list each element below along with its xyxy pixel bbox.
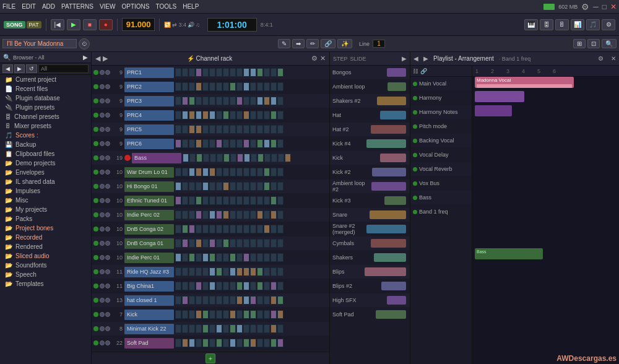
pad-4-15[interactable] xyxy=(277,125,284,134)
pad-16-3[interactable] xyxy=(196,296,202,305)
pad-3-15[interactable] xyxy=(277,111,284,119)
channel-led-12[interactable] xyxy=(93,241,98,246)
pad-7-8[interactable] xyxy=(230,168,236,176)
pad-0-0[interactable] xyxy=(175,68,181,77)
sidebar-item-mixer-presets[interactable]: 🎚Mixer presets xyxy=(0,121,91,131)
channel-led-13[interactable] xyxy=(93,255,98,260)
channel-knob1-7[interactable] xyxy=(100,170,105,175)
channel-rack-nav-prev[interactable]: ◀ xyxy=(95,54,100,63)
pad-6-4[interactable] xyxy=(210,154,216,162)
pad-18-12[interactable] xyxy=(257,324,263,333)
piano-block-6[interactable] xyxy=(380,154,406,162)
pad-14-5[interactable] xyxy=(209,267,215,276)
sidebar-item-il-shared-data[interactable]: 📂IL shared data xyxy=(0,177,91,186)
pad-13-8[interactable] xyxy=(230,253,236,262)
pad-0-2[interactable] xyxy=(189,68,195,77)
song-mode-btn[interactable]: SONG xyxy=(4,21,25,28)
piano-block-10[interactable] xyxy=(370,210,406,219)
pad-10-14[interactable] xyxy=(271,210,277,219)
pad-11-8[interactable] xyxy=(230,225,236,233)
pad-15-15[interactable] xyxy=(277,282,284,290)
pad-12-10[interactable] xyxy=(243,239,249,248)
magic-btn[interactable]: ✨ xyxy=(337,39,352,48)
channel-led-4[interactable] xyxy=(93,127,98,132)
pad-8-13[interactable] xyxy=(264,182,270,191)
piano-block-17[interactable] xyxy=(376,310,406,319)
pad-12-12[interactable] xyxy=(257,239,263,248)
pad-8-0[interactable] xyxy=(175,182,181,191)
sidebar-item-project-bones[interactable]: 📂Project bones xyxy=(0,223,91,233)
pad-15-2[interactable] xyxy=(189,282,195,290)
pad-7-10[interactable] xyxy=(243,168,249,176)
channel-knob2-1[interactable] xyxy=(105,84,110,89)
mixer-led-8[interactable] xyxy=(413,196,417,200)
pad-6-3[interactable] xyxy=(203,154,209,162)
pad-3-5[interactable] xyxy=(209,111,215,119)
pad-13-14[interactable] xyxy=(271,253,277,262)
piano-block-1[interactable] xyxy=(387,82,406,91)
piano-block-8[interactable] xyxy=(371,182,406,191)
channel-led-16[interactable] xyxy=(93,298,98,303)
pad-9-5[interactable] xyxy=(209,196,215,205)
channel-name-btn-2[interactable]: PRC3 xyxy=(124,96,174,106)
pad-12-5[interactable] xyxy=(209,239,215,248)
pad-3-10[interactable] xyxy=(243,111,249,119)
pad-10-15[interactable] xyxy=(277,210,284,219)
pad-1-4[interactable] xyxy=(202,82,209,91)
pad-2-15[interactable] xyxy=(277,97,284,105)
channel-knob2-11[interactable] xyxy=(105,227,110,232)
channel-led-3[interactable] xyxy=(93,113,98,118)
pad-10-2[interactable] xyxy=(189,210,195,219)
pad-3-0[interactable] xyxy=(175,111,181,119)
pad-6-15[interactable] xyxy=(285,154,291,162)
toolbar-btn-4[interactable]: 📊 xyxy=(571,19,584,30)
pad-1-5[interactable] xyxy=(209,82,215,91)
pad-5-13[interactable] xyxy=(264,139,270,148)
pad-15-4[interactable] xyxy=(202,282,209,290)
pad-0-13[interactable] xyxy=(264,68,270,77)
edit-mode-btn[interactable]: ✎ xyxy=(278,39,290,48)
mixer-led-5[interactable] xyxy=(413,153,417,157)
pad-9-0[interactable] xyxy=(175,196,181,205)
pad-0-3[interactable] xyxy=(196,68,202,77)
link-btn[interactable]: 🔗 xyxy=(321,39,335,48)
pad-8-12[interactable] xyxy=(257,182,263,191)
pad-18-11[interactable] xyxy=(250,324,256,333)
channel-led-18[interactable] xyxy=(93,326,98,331)
pad-19-3[interactable] xyxy=(196,339,202,347)
pad-4-14[interactable] xyxy=(271,125,277,134)
toolbar-btn-3[interactable]: 🎚 xyxy=(555,19,569,30)
sidebar-item-speech[interactable]: 📂Speech xyxy=(0,270,91,279)
pad-8-9[interactable] xyxy=(236,182,243,191)
pad-2-0[interactable] xyxy=(175,97,181,105)
pad-3-1[interactable] xyxy=(182,111,188,119)
pad-19-10[interactable] xyxy=(243,339,249,347)
pad-7-6[interactable] xyxy=(216,168,222,176)
pad-15-5[interactable] xyxy=(209,282,215,290)
pad-13-5[interactable] xyxy=(209,253,215,262)
pad-10-5[interactable] xyxy=(209,210,215,219)
channel-knob2-10[interactable] xyxy=(105,212,110,217)
channel-led-1[interactable] xyxy=(93,84,98,89)
pad-3-14[interactable] xyxy=(271,111,277,119)
pad-4-9[interactable] xyxy=(236,125,243,134)
pad-9-8[interactable] xyxy=(230,196,236,205)
sidebar-item-my-projects[interactable]: 📂My projects xyxy=(0,205,91,214)
channel-knob1-18[interactable] xyxy=(100,326,105,331)
add-channel-btn[interactable]: + xyxy=(206,353,215,363)
menu-patterns[interactable]: PATTERNS xyxy=(61,3,93,10)
pad-9-13[interactable] xyxy=(264,196,270,205)
playlist-block-harmony-notes[interactable] xyxy=(475,105,512,116)
pad-15-11[interactable] xyxy=(250,282,256,290)
channel-knob1-12[interactable] xyxy=(100,241,105,246)
channel-led-14[interactable] xyxy=(93,269,98,274)
right-nav-next[interactable]: ▶ xyxy=(423,55,428,62)
pad-7-12[interactable] xyxy=(257,168,263,176)
pad-14-10[interactable] xyxy=(243,267,249,276)
sidebar-nav-prev[interactable]: ◀ xyxy=(2,64,13,73)
pad-19-11[interactable] xyxy=(250,339,256,347)
pad-6-14[interactable] xyxy=(278,154,284,162)
sidebar-item-sliced-audio[interactable]: 📂Sliced audio xyxy=(0,251,91,261)
pad-10-4[interactable] xyxy=(202,210,209,219)
pad-17-12[interactable] xyxy=(257,310,263,319)
